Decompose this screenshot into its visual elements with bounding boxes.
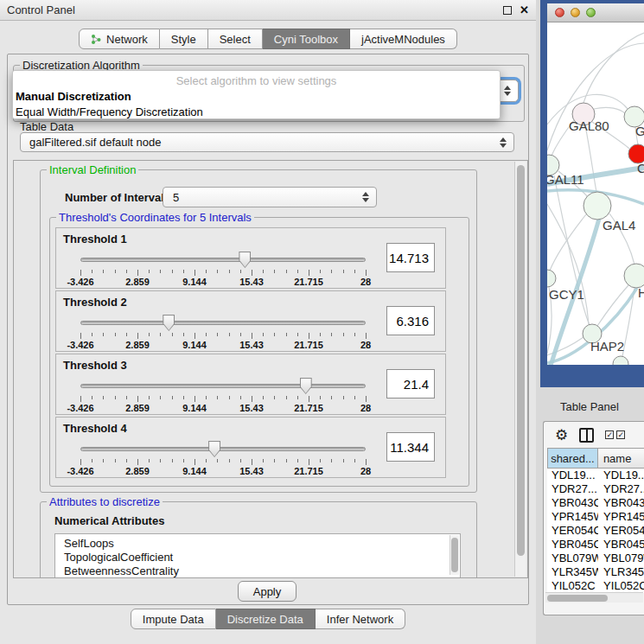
- table-horizontal-scrollbar[interactable]: [545, 592, 643, 603]
- network-edge[interactable]: [585, 125, 596, 192]
- tick-label: 2.859: [125, 277, 150, 287]
- number-of-intervals-spinner[interactable]: 5: [163, 187, 377, 207]
- table-row[interactable]: YBL079WYBL079W: [547, 552, 644, 565]
- table-row[interactable]: YIL052CYIL052C: [547, 579, 644, 593]
- network-edge[interactable]: [547, 43, 644, 150]
- network-canvas[interactable]: GAL80GACGAL11GAL4GCY1HHAP2: [547, 22, 644, 365]
- tab-cyni-toolbox[interactable]: Cyni Toolbox: [263, 29, 350, 49]
- cell-shared-name[interactable]: YPR145W: [547, 510, 598, 524]
- tick-label: -3.426: [67, 340, 93, 350]
- slider-thumb[interactable]: [300, 378, 312, 394]
- tick-label: 28: [360, 403, 371, 413]
- cell-name[interactable]: YLR345W: [598, 565, 644, 579]
- cell-name[interactable]: YPR145W: [598, 510, 644, 524]
- zoom-window-button[interactable]: [586, 8, 596, 17]
- table-panel-window: ⚙ ✓ ✓ shared... name YDL19...YDL19...YDR…: [543, 421, 644, 615]
- tick-label: 15.43: [239, 277, 264, 287]
- table-row[interactable]: YLR345WYLR345W: [547, 565, 644, 579]
- slider-thumb[interactable]: [239, 252, 251, 268]
- threshold-slider: -3.4262.8599.14415.4321.71528: [80, 378, 366, 411]
- table-row[interactable]: YDR27...YDR27...: [547, 482, 644, 496]
- column-header-shared-name[interactable]: shared...: [547, 448, 598, 469]
- cell-shared-name[interactable]: YLR345W: [547, 565, 598, 579]
- network-node-label: H: [638, 285, 644, 300]
- algorithm-option-equal-width-frequency-discretization[interactable]: Equal Width/Frequency Discretization: [13, 105, 500, 119]
- network-node-label: GCY1: [549, 287, 584, 302]
- column-header-name[interactable]: name: [598, 448, 644, 469]
- table-row[interactable]: YBR045CYBR045C: [547, 538, 644, 552]
- panel-tab-bar: NetworkStyleSelectCyni ToolboxjActiveMNo…: [0, 29, 536, 49]
- cell-shared-name[interactable]: YBR043C: [547, 496, 598, 510]
- cell-name[interactable]: YIL052C: [598, 579, 644, 593]
- tab-label: Cyni Toolbox: [274, 33, 338, 46]
- threshold-value-field[interactable]: 6.316: [386, 306, 435, 335]
- threshold-value-field[interactable]: 11.344: [386, 432, 435, 462]
- slider-ticks: [80, 333, 366, 340]
- tab-select[interactable]: Select: [208, 29, 263, 49]
- algorithm-dropdown-popup: Select algorithm to view settings Manual…: [12, 70, 501, 119]
- apply-button[interactable]: Apply: [238, 581, 296, 602]
- columns-icon[interactable]: [579, 428, 594, 443]
- cell-shared-name[interactable]: YBL079W: [547, 552, 598, 565]
- checkbox-icon: ✓: [605, 430, 614, 439]
- minimize-window-button[interactable]: [571, 8, 580, 17]
- cell-name[interactable]: YDL19...: [598, 469, 644, 482]
- cell-shared-name[interactable]: YBR045C: [547, 538, 598, 552]
- tab-impute-data[interactable]: Impute Data: [131, 609, 216, 629]
- checkbox-icon: ✓: [616, 430, 625, 439]
- attributes-list-scrollbar[interactable]: [450, 535, 459, 575]
- network-edge[interactable]: [594, 107, 625, 113]
- attribute-item-selfloops[interactable]: SelfLoops: [55, 534, 460, 551]
- table-row[interactable]: YBR043CYBR043C: [547, 496, 644, 510]
- table-row[interactable]: YDL19...YDL19...: [547, 469, 644, 482]
- slider-thumb[interactable]: [208, 441, 220, 457]
- settings-vertical-scrollbar[interactable]: [514, 162, 526, 577]
- tick-label: 9.144: [182, 277, 207, 287]
- close-window-button[interactable]: [555, 8, 564, 17]
- algorithm-option-manual-discretization[interactable]: Manual Discretization: [13, 89, 500, 105]
- tab-infer-network[interactable]: Infer Network: [316, 609, 405, 629]
- table-row[interactable]: YPR145WYPR145W: [547, 510, 644, 524]
- close-icon[interactable]: ✕: [520, 6, 529, 15]
- attribute-item-betweennesscentrality[interactable]: BetweennessCentrality: [55, 564, 460, 578]
- cell-shared-name[interactable]: YDR27...: [547, 482, 598, 496]
- tab-label: Select: [220, 33, 251, 46]
- slider-tick-labels: -3.4262.8599.14415.4321.71528: [80, 466, 366, 476]
- threshold-panel-threshold-3: Threshold 3-3.4262.8599.14415.4321.71528…: [55, 354, 446, 415]
- tab-network[interactable]: Network: [79, 29, 160, 49]
- slider-track[interactable]: [80, 447, 366, 451]
- network-edge[interactable]: [583, 33, 644, 103]
- table-row[interactable]: YER054CYER054C: [547, 524, 644, 538]
- table-data-combobox[interactable]: galFiltered.sif default node: [20, 132, 514, 152]
- cell-shared-name[interactable]: YER054C: [547, 524, 598, 538]
- slider-track[interactable]: [80, 384, 366, 388]
- gear-icon[interactable]: ⚙: [555, 428, 568, 443]
- network-edge[interactable]: [547, 204, 589, 324]
- threshold-value-field[interactable]: 21.4: [386, 369, 435, 399]
- cell-name[interactable]: YBL079W: [598, 552, 644, 565]
- table-rows: YDL19...YDL19...YDR27...YDR27...YBR043CY…: [547, 469, 644, 593]
- cell-shared-name[interactable]: YDL19...: [547, 469, 598, 482]
- network-node-unnamed[interactable]: [613, 356, 628, 365]
- threshold-value-field[interactable]: 14.713: [386, 243, 435, 272]
- table-panel-titlebar: Table Panel: [536, 393, 644, 419]
- tab-discretize-data[interactable]: Discretize Data: [216, 609, 316, 629]
- slider-track[interactable]: [80, 258, 366, 262]
- network-node-gal4[interactable]: [583, 192, 611, 220]
- float-window-icon[interactable]: [503, 6, 512, 15]
- tab-jactivemnodules[interactable]: jActiveMNodules: [350, 29, 457, 49]
- cell-shared-name[interactable]: YIL052C: [547, 579, 598, 593]
- cell-name[interactable]: YER054C: [598, 524, 644, 538]
- right-side: GAL80GACGAL11GAL4GCY1HHAP2 Table Panel ⚙…: [536, 0, 644, 644]
- network-node-gcy1[interactable]: [547, 270, 556, 287]
- attribute-item-topologicalcoefficient[interactable]: TopologicalCoefficient: [55, 551, 460, 564]
- tab-style[interactable]: Style: [160, 29, 208, 49]
- cell-name[interactable]: YDR27...: [598, 482, 644, 496]
- cell-name[interactable]: YBR043C: [598, 496, 644, 510]
- select-columns-icons[interactable]: ✓ ✓: [605, 430, 625, 439]
- network-node-h[interactable]: [624, 264, 644, 288]
- slider-track[interactable]: [80, 321, 366, 325]
- tab-label: jActiveMNodules: [361, 33, 445, 46]
- cell-name[interactable]: YBR045C: [598, 538, 644, 552]
- slider-thumb[interactable]: [163, 315, 175, 331]
